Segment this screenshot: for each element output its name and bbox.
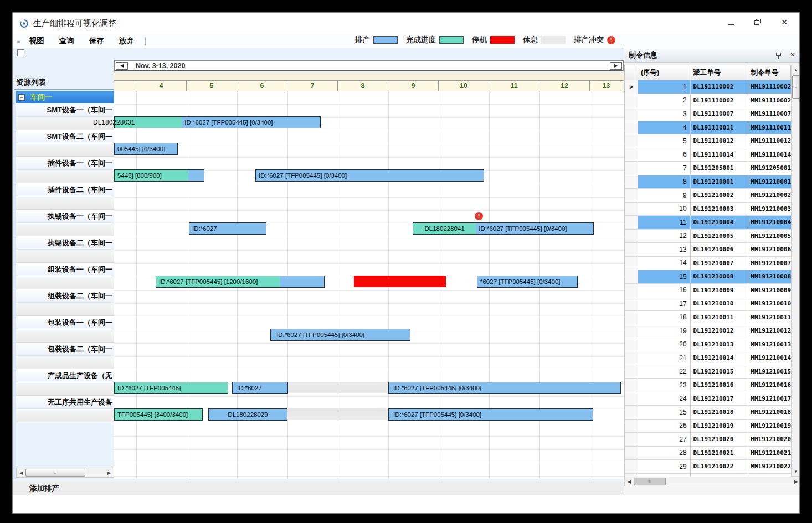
gantt-bar[interactable]: ID:*6027 [TFP005445] [0/3400]	[270, 329, 410, 341]
orders-vscrollbar[interactable]: ▲ ≡ ▼	[791, 65, 800, 477]
sidebar-item-resource-10[interactable]: 产成品生产设备（无	[16, 369, 114, 382]
table-row[interactable]: 22DL191210015MM191210015	[625, 365, 791, 379]
table-row[interactable]: 12DL191210005MM191210005	[625, 230, 791, 244]
minimize-button[interactable]	[725, 17, 737, 27]
cell-dispatch-no: DL191210012	[691, 324, 749, 338]
table-row[interactable]: 11DL191210004MM191210004	[625, 216, 791, 230]
scroll-thumb[interactable]: ≡	[25, 469, 85, 477]
pin-icon[interactable]	[776, 53, 781, 56]
cell-seq: 18	[638, 311, 691, 324]
table-row[interactable]: 25DL191210018MM191210018	[625, 406, 791, 420]
table-row[interactable]: 24DL191210017MM191210017	[625, 392, 791, 406]
table-row[interactable]: 19DL191210012MM191210012	[625, 324, 791, 338]
bar-segment-progress: ID:*6027 [TFP005445] [1200/1600]	[156, 276, 280, 287]
prev-period-button[interactable]: ◀	[116, 62, 128, 70]
add-schedule-button[interactable]: 添加排产	[29, 484, 59, 494]
table-row[interactable]: 23DL191210016MM191210016	[625, 379, 791, 392]
table-row[interactable]: 10DL191210003MM191210003	[625, 203, 791, 216]
table-row[interactable]: 5DL191110012MM191110012	[625, 134, 791, 148]
table-row[interactable]: 18DL191210011MM191210011	[625, 311, 791, 325]
scroll-thumb[interactable]: ≡	[634, 478, 666, 485]
table-row[interactable]: 28DL191210021MM191210021	[625, 447, 791, 460]
table-row[interactable]: 3DL191110007MM191110007	[625, 107, 791, 121]
sidebar-track-strip	[16, 170, 114, 183]
gantt-bar[interactable]: ID:*6027	[232, 382, 288, 394]
gantt-bar[interactable]: DL180228041ID:*6027 [TFP005445] [0/3400]	[413, 222, 594, 235]
gantt-bar[interactable]: ID:*6027	[189, 222, 266, 235]
table-row[interactable]: 21DL191210014MM191210014	[625, 351, 791, 365]
sidebar-item-resource-9[interactable]: 包装设备二（车间一	[16, 343, 114, 356]
close-button[interactable]: ✕	[778, 17, 790, 27]
gantt-bar[interactable]	[287, 408, 388, 420]
scroll-up-icon[interactable]: ▲	[792, 65, 800, 74]
scroll-right-icon[interactable]: ▶	[105, 468, 114, 477]
menu-item-2[interactable]: 保存	[89, 36, 104, 46]
sidebar-item-resource-4[interactable]: 执锡设备一（车间一	[16, 210, 114, 223]
column-header-seq[interactable]: (序号)	[638, 65, 690, 80]
table-row[interactable]: 17DL191210010MM191210010	[625, 297, 791, 311]
table-row[interactable]: 7DL191205001MM191205001	[625, 162, 791, 175]
table-row[interactable]: 26DL191210019MM191210019	[625, 420, 791, 433]
legend-swatch	[439, 36, 464, 44]
gantt-bar[interactable]: ID:*6027 [TFP005445]	[114, 382, 228, 394]
table-row[interactable]: 27DL191210020MM191210020	[625, 433, 791, 447]
scroll-down-icon[interactable]: ▼	[792, 467, 800, 476]
gantt-bar[interactable]: *6027 [TFP005445] [0/3400]	[477, 276, 578, 288]
table-row[interactable]: 16DL191210009MM191210009	[625, 284, 791, 298]
menu-item-3[interactable]: 放弃	[119, 36, 134, 46]
table-row[interactable]: 15DL191210008MM191210008	[625, 270, 791, 284]
next-period-button[interactable]: ▶	[610, 62, 622, 70]
table-row[interactable]: 6DL191110014MM191110014	[625, 148, 791, 162]
scroll-thumb[interactable]: ≡	[792, 75, 800, 99]
table-row[interactable]: 9DL191210002MM191210002	[625, 189, 791, 203]
orders-hscrollbar[interactable]: ◀ ≡ ▶	[624, 477, 800, 486]
table-row[interactable]: >1DL191110002MM191110002	[625, 80, 791, 94]
warning-icon: !	[607, 36, 615, 44]
sidebar-item-resource-2[interactable]: 插件设备一（车间一	[16, 157, 114, 170]
cell-seq: 22	[638, 365, 691, 379]
table-row[interactable]: 14DL191210007MM191210007	[625, 257, 791, 271]
sidebar-item-resource-6[interactable]: 组装设备一（车间一	[16, 263, 114, 276]
column-header-dispatch[interactable]: 派工单号	[690, 65, 748, 80]
sidebar-item-resource-7[interactable]: 组装设备二（车间一	[16, 289, 114, 303]
sidebar-item-resource-0[interactable]: SMT设备一（车间一	[16, 103, 114, 117]
table-row[interactable]: 29DL191210022MM191210022	[625, 460, 791, 474]
gantt-bar[interactable]	[354, 276, 446, 287]
collapse-group-icon[interactable]: −	[18, 94, 25, 101]
table-row[interactable]: 2DL191110002MM191110002	[625, 94, 791, 108]
gantt-bar[interactable]: 005445] [0/3400]	[114, 143, 178, 155]
cell-order-no: MM191210011	[748, 311, 791, 324]
panel-close-icon[interactable]: ✕	[790, 51, 795, 59]
gantt-bar[interactable]: DL180228029	[208, 408, 287, 421]
scroll-left-icon[interactable]: ◀	[17, 468, 25, 477]
sidebar-item-resource-1[interactable]: SMT设备二（车间一	[16, 130, 114, 143]
collapse-all-button[interactable]: −	[17, 49, 24, 56]
scroll-left-icon[interactable]: ◀	[625, 477, 634, 486]
gantt-bar[interactable]: ID:*6027 [TFP005445] [0/3400]	[388, 408, 593, 421]
scroll-right-icon[interactable]: ▶	[792, 477, 800, 486]
menu-item-0[interactable]: 视图	[29, 36, 44, 46]
sidebar-group-workshop1[interactable]: − 车间一	[16, 91, 114, 103]
sidebar-hscrollbar[interactable]: ◀ ≡ ▶	[16, 468, 114, 478]
menu-item-1[interactable]: 查询	[59, 36, 74, 46]
sidebar-item-resource-11[interactable]: 无工序共用生产设备	[16, 396, 114, 409]
column-header-order[interactable]: 制令单号	[748, 65, 790, 80]
gantt-bar[interactable]: ID:*6027 [TFP005445] [1200/1600]	[156, 276, 325, 288]
gantt-bar[interactable]: TFP005445] [3400/3400]	[114, 408, 203, 421]
sidebar-item-resource-5[interactable]: 执锡设备二（车间一	[16, 236, 114, 250]
restore-button[interactable]	[752, 17, 764, 27]
sidebar-item-resource-3[interactable]: 插件设备二（车间一	[16, 183, 114, 196]
gantt-bar[interactable]	[288, 382, 388, 393]
cell-dispatch-no: DL191210015	[691, 365, 749, 379]
gantt-bar[interactable]: ID:*6027 [TFP005445] [0/3400]	[114, 116, 321, 128]
table-row[interactable]: 13DL191210006MM191210006	[625, 243, 791, 257]
gantt-bar[interactable]: 5445] [800/900]	[114, 169, 204, 182]
sidebar-item-resource-8[interactable]: 包装设备一（车间一	[16, 316, 114, 329]
gantt-bar[interactable]: ID:*6027 [TFP005445] [0/3400]	[388, 382, 621, 394]
cell-order-no: MM191210018	[748, 406, 791, 419]
table-row[interactable]: 8DL191210001MM191210001	[625, 175, 791, 189]
table-row[interactable]: 4DL191110011MM191110011	[625, 121, 791, 135]
gantt-bar[interactable]: ID:*6027 [TFP005445] [0/3400]	[255, 169, 484, 182]
table-row[interactable]: 20DL191210013MM191210013	[625, 338, 791, 352]
bar-segment-rest	[287, 408, 388, 420]
